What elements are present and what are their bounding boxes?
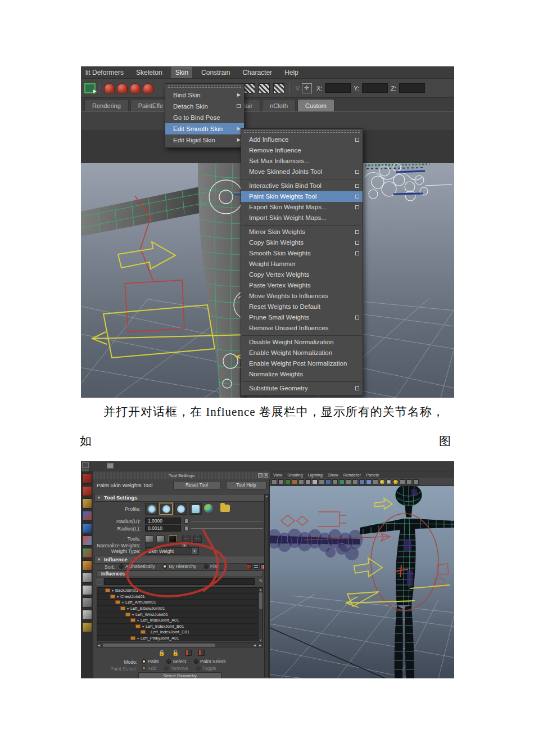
menu-item[interactable]: Substitute Geometry ▶ [241,383,363,394]
render-current-frame-icon[interactable] [244,83,255,93]
motion-blur-icon[interactable] [339,479,345,485]
scrollbar-thumb[interactable] [103,644,215,647]
option-box-icon[interactable] [355,386,359,390]
influence-row[interactable]: ▾ Left_PinkyJoint_A01 [97,636,263,641]
viewport-menu-item[interactable]: Renderer [343,472,361,478]
option-box-icon[interactable] [355,251,359,255]
influences-header[interactable]: Influences [97,570,263,577]
expander-icon[interactable]: ▾ [142,624,144,628]
expander-icon[interactable]: ▾ [117,595,119,598]
joints-xray-icon[interactable] [373,479,378,485]
scroll-right-icon[interactable]: ▶ [259,643,261,647]
tool-help-button[interactable]: Tool Help [226,481,266,489]
close-window-icon[interactable]: ✕ [264,473,268,478]
remove-influence-icon[interactable] [247,564,252,569]
view-transform-icon[interactable] [393,479,399,485]
influence-row[interactable]: ▾ Left_ElbowJoint01 [97,606,263,612]
sort-radio[interactable]: Alphabetically [119,564,155,569]
option-box-icon[interactable] [355,230,359,234]
wireframe-icon[interactable] [298,479,304,485]
viewport-3d-canvas[interactable] [270,486,454,678]
shadows-icon[interactable] [325,479,331,485]
toolbox-icon[interactable] [82,536,92,546]
viewport-menu-item[interactable]: View [273,472,282,478]
menu-item[interactable]: Edit Rigid Skin ▶ [165,134,244,146]
menu-item[interactable]: Weight Hammer ▶ [241,259,363,269]
brush-profile-solid-icon[interactable] [174,503,187,515]
absolute-transform-icon[interactable] [302,83,312,93]
paste-list-icon[interactable] [198,650,205,656]
menu-item[interactable]: Copy Vertex Weights ▶ [241,269,363,280]
scroll-left-icon[interactable]: ◀ [98,643,100,647]
option-box-icon[interactable] [355,195,359,199]
lock-weights-icon[interactable]: 🔒 [159,649,165,657]
select-geometry-button[interactable]: Select Geometry [138,672,221,678]
radius-u-field[interactable]: 1.0000 [145,518,181,524]
bookmark-icon[interactable] [278,479,284,485]
influence-row[interactable]: ▾ Left_WristJoint01 [97,611,263,618]
brush-profile-sphere-icon[interactable] [203,503,214,514]
tearoff-handle[interactable] [168,86,241,88]
outliner-icon[interactable] [406,479,412,485]
tree-horizontal-scrollbar[interactable]: ◀ ◀ ▶ [97,642,263,647]
menu-item[interactable]: Enable Weight Normalization ▶ [241,348,363,358]
expander-icon[interactable]: ▾ [137,636,139,640]
menubar-item[interactable]: lit Deformers [82,68,127,78]
brush-profile-gaussian-icon[interactable] [160,503,173,515]
shaded-icon[interactable] [305,479,311,485]
menu-item[interactable]: Add Influence ▶ [241,134,363,145]
menu-item[interactable]: Enable Weight Post Normalization ▶ [241,358,363,369]
option-box-icon[interactable] [355,138,359,142]
lighting-icon[interactable] [319,479,324,485]
render-settings-icon[interactable] [273,83,284,93]
copy-list-icon[interactable] [185,650,192,656]
brush-profile-square-icon[interactable] [189,503,202,515]
influence-row[interactable]: ▾ Left_IndexJoint_C01 [97,629,263,636]
textured-icon[interactable] [312,479,318,485]
pencil-icon[interactable]: ✎ [259,578,263,584]
toolbox-icon[interactable] [82,597,92,608]
gamma-icon[interactable] [386,479,392,485]
sort-radio[interactable]: By Hierarchy [162,564,196,569]
option-box-icon[interactable] [355,184,359,188]
menubar-item[interactable]: Skeleton [133,68,166,78]
menubar-item[interactable]: Help [281,68,302,78]
screen-ao-icon[interactable] [332,479,338,485]
z-coordinate-field[interactable] [399,83,425,93]
reset-tool-button[interactable]: Reset Tool [173,481,220,489]
radius-l-field[interactable]: 0.0010 [145,525,181,532]
influence-row[interactable]: ▾ Left_IndexJoint_B01 [97,624,263,630]
toolbox-icon[interactable] [82,585,92,595]
menu-item[interactable]: Paint Skin Weights Tool ▶ [241,191,363,202]
paint-select-radio[interactable]: Remove [164,665,188,671]
mode-radio[interactable]: Select [166,659,186,664]
menu-item[interactable]: Go to Bind Pose ▶ [165,112,244,123]
toolbox-icon[interactable] [82,511,92,521]
menu-item[interactable]: Bind Skin ▶ [165,89,244,101]
influence-row[interactable]: ▾ BackJoint01 [97,588,263,594]
multisample-icon[interactable] [346,479,351,485]
menu-item[interactable]: Prune Small Weights ▶ [241,312,363,323]
toolbox-icon[interactable] [82,474,92,484]
tearoff-handle[interactable] [244,130,360,133]
menu-item[interactable]: Export Skin Weight Maps... ▶ [241,202,363,213]
option-box-icon[interactable] [355,316,359,320]
option-box-icon[interactable] [355,170,359,174]
menu-item[interactable]: Mirror Skin Weights ▶ [241,227,363,237]
viewport-menu-item[interactable]: Shading [287,472,303,478]
toolbox-icon[interactable] [82,486,92,496]
menu-item[interactable]: Remove Influence ▶ [241,145,363,156]
menu-item[interactable]: Interactive Skin Bind Tool ▶ [241,181,363,191]
menubar-item[interactable]: Skin [171,67,192,78]
menu-item[interactable]: Reset Weights to Default ▶ [241,302,363,312]
menu-item[interactable]: Set Max Influences... ▶ [241,156,363,166]
selection-tool-icon[interactable] [84,83,96,93]
exposure-icon[interactable] [379,479,385,485]
menu-item[interactable]: Import Skin Weight Maps... ▶ [241,213,363,223]
panel-layout-icon[interactable] [413,479,419,485]
shelf-tab[interactable]: nCloth [262,99,296,111]
tool-settings-section-header[interactable]: Tool Settings [94,494,265,502]
xray-icon[interactable] [366,479,372,485]
menu-item[interactable]: Normalize Weights ▶ [241,369,363,380]
menu-item[interactable]: Smooth Skin Weights ▶ [241,248,363,259]
